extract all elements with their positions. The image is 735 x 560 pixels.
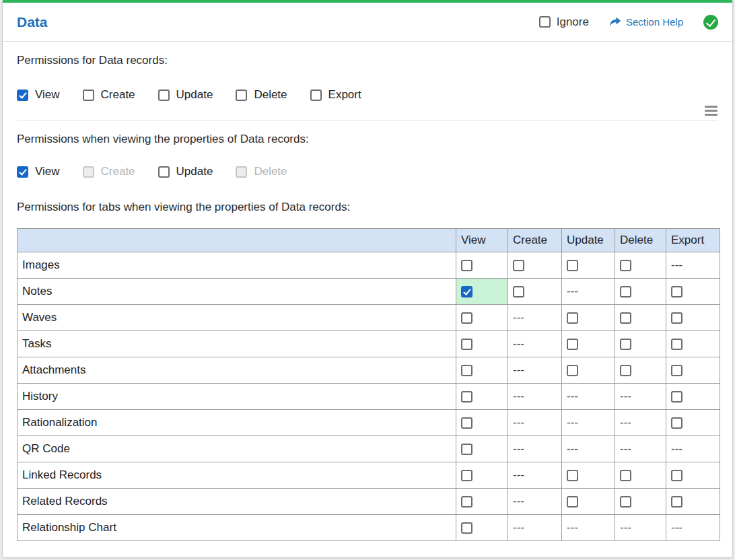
checkbox[interactable] [567,260,578,271]
not-applicable-cell: --- [615,384,666,410]
checkbox [236,166,247,178]
permission-cell[interactable] [615,489,666,515]
permission-cell[interactable] [456,384,508,410]
checkbox[interactable] [461,312,473,324]
checkbox[interactable] [620,260,631,271]
checkbox[interactable] [158,166,170,178]
permission-cell[interactable] [456,279,508,305]
permission-cell[interactable] [456,515,508,541]
permission-update[interactable]: Update [158,88,213,102]
checkbox[interactable] [83,90,94,101]
permission-view[interactable]: View [17,165,60,178]
checkbox[interactable] [567,312,578,324]
permission-cell[interactable] [666,410,720,436]
check-circle-icon[interactable] [703,15,718,30]
checkbox[interactable] [461,286,473,298]
permission-cell[interactable] [615,462,666,489]
not-applicable-cell: --- [508,515,562,541]
permission-cell[interactable] [666,384,720,410]
checkbox[interactable] [567,339,578,350]
permission-cell[interactable] [615,305,666,331]
permission-cell[interactable] [666,279,720,305]
permission-cell[interactable] [562,331,615,357]
checkbox[interactable] [236,90,247,101]
permission-cell[interactable] [615,252,666,279]
permission-cell[interactable] [456,462,508,489]
permission-cell[interactable] [615,279,666,305]
tab-row-label: Waves [18,305,456,331]
permission-cell[interactable] [562,462,615,489]
permission-cell[interactable] [666,305,720,331]
permission-cell[interactable] [456,436,508,462]
permission-cell[interactable] [562,489,615,515]
checkbox[interactable] [671,470,682,481]
checkbox[interactable] [671,339,682,350]
checkbox[interactable] [461,391,473,403]
checkbox[interactable] [17,166,28,178]
permission-cell[interactable] [666,331,720,357]
table-row: History--------- [18,384,720,410]
checkbox[interactable] [567,365,578,376]
section-help-link[interactable]: Section Help [609,16,683,28]
permission-delete[interactable]: Delete [236,88,287,102]
checkbox[interactable] [461,365,473,376]
permission-cell[interactable] [562,252,615,279]
checkbox[interactable] [620,496,631,508]
checkbox[interactable] [17,90,28,101]
permission-cell[interactable] [508,252,562,279]
checkbox[interactable] [513,286,524,298]
ignore-checkbox[interactable] [539,16,551,28]
hamburger-menu-icon[interactable] [705,106,718,118]
checkbox[interactable] [671,391,682,403]
checkbox[interactable] [158,90,170,101]
permission-cell[interactable] [615,331,666,357]
permission-cell[interactable] [666,489,720,515]
checkbox[interactable] [461,417,473,429]
checkbox[interactable] [567,470,578,481]
permission-cell[interactable] [456,252,508,279]
checkbox[interactable] [671,496,682,508]
checkbox[interactable] [671,286,682,298]
permission-delete: Delete [236,165,287,178]
checkbox[interactable] [310,90,322,101]
tab-row-label: Attachments [18,357,456,384]
permission-cell[interactable] [456,331,508,357]
checkbox[interactable] [513,260,524,271]
checkbox[interactable] [671,365,682,376]
section-header: Data Ignore Section Help [3,3,732,41]
permission-cell[interactable] [508,279,562,305]
checkbox[interactable] [461,339,473,350]
checkbox[interactable] [620,470,631,481]
checkbox[interactable] [671,312,682,324]
checkbox[interactable] [461,496,473,508]
checkbox-label: Create [101,165,135,178]
permission-cell[interactable] [615,357,666,384]
checkbox[interactable] [461,522,473,534]
permission-export[interactable]: Export [310,88,361,102]
permission-cell[interactable] [456,357,508,384]
permission-cell[interactable] [666,357,720,384]
permission-cell[interactable] [456,489,508,515]
ignore-checkbox-group[interactable]: Ignore [539,15,589,29]
checkbox[interactable] [567,496,578,508]
checkbox-label: Delete [254,88,287,102]
table-row: Attachments--- [18,357,720,384]
checkbox[interactable] [620,286,631,298]
checkbox[interactable] [461,260,473,271]
permission-cell[interactable] [562,357,615,384]
checkbox[interactable] [620,339,631,350]
permission-create[interactable]: Create [83,88,135,102]
permission-update[interactable]: Update [158,165,213,178]
checkbox[interactable] [461,470,473,481]
permission-cell[interactable] [456,410,508,436]
checkbox-label: View [35,165,60,178]
checkbox[interactable] [461,444,473,455]
permission-cell[interactable] [456,305,508,331]
column-header-export: Export [666,229,720,252]
permission-cell[interactable] [562,305,615,331]
permission-cell[interactable] [666,462,720,489]
checkbox[interactable] [671,417,682,429]
permission-view[interactable]: View [17,88,60,102]
checkbox[interactable] [620,365,631,376]
checkbox[interactable] [620,312,631,324]
